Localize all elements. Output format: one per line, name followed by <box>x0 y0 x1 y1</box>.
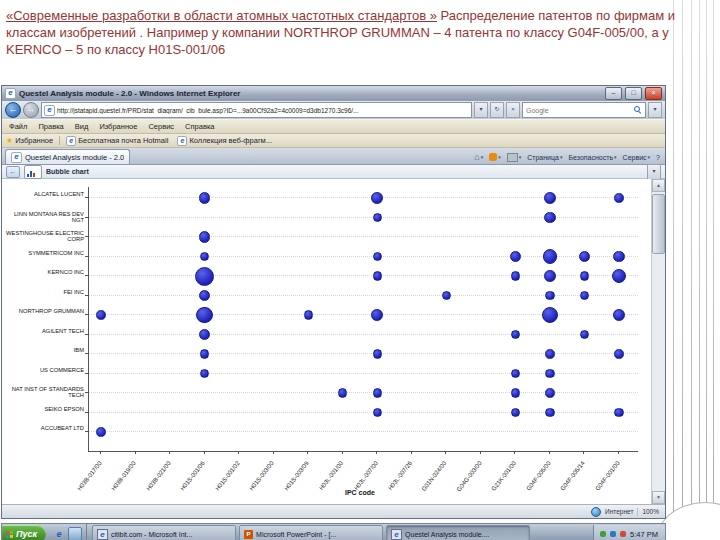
curl-line <box>713 0 714 540</box>
company-label: WESTINGHOUSE ELECTRIC CORP <box>2 230 84 242</box>
ie-titlebar[interactable]: e Questel Analysis module - 2.0 - Window… <box>2 86 665 101</box>
menu-item-2[interactable]: Правка <box>38 122 63 131</box>
menu-item-5[interactable]: Сервис <box>148 122 174 131</box>
system-tray: 5:47 PM <box>593 525 665 540</box>
ipc-code-label: H03B-017/00 <box>76 460 102 492</box>
command-item-2[interactable]: Безопасность▾ <box>568 154 616 161</box>
start-button[interactable]: Пуск <box>2 525 46 540</box>
desktop-screenshot: e Questel Analysis module - 2.0 - Window… <box>1 85 666 540</box>
stop-button[interactable]: × <box>506 102 520 118</box>
bubble <box>510 251 522 263</box>
ipc-code-label: H01S-001/02 <box>214 460 240 492</box>
scroll-up-arrow[interactable]: ▲ <box>652 179 665 192</box>
tray-icon[interactable] <box>610 531 616 537</box>
chevron-down-icon: ▾ <box>614 154 617 160</box>
scroll-thumb[interactable] <box>652 194 665 254</box>
vertical-scrollbar[interactable]: ▲ ▼ <box>651 179 665 504</box>
menu-bar: ФайлПравкаВидИзбранноеСервисСправка <box>2 119 665 134</box>
home-icon: ⌂ <box>474 153 479 162</box>
chevron-down-icon: ▾ <box>560 154 563 160</box>
task-button-1[interactable]: ecitibit.com - Microsoft Int... <box>92 525 236 540</box>
quick-launch-ie-icon[interactable]: e <box>53 528 65 540</box>
slide-canvas: «Современные разработки в области атомны… <box>0 0 720 540</box>
bubble <box>199 290 211 302</box>
home-button[interactable]: ⌂▾ <box>474 153 483 162</box>
feeds-button[interactable]: ▾ <box>489 153 501 161</box>
taskbar-clock[interactable]: 5:47 PM <box>630 530 658 539</box>
ipc-code-label: H03L-007/26 <box>387 460 413 491</box>
task-button-3[interactable]: eQuestel Analysis module.... <box>386 525 530 540</box>
chart-type-icon[interactable] <box>24 165 42 179</box>
search-dropdown[interactable]: ▾ <box>648 102 662 118</box>
ipc-code-label: G04G-003/00 <box>455 460 482 492</box>
bubble <box>373 252 382 261</box>
back-button[interactable]: ← <box>5 102 21 118</box>
task-button-label: Microsoft PowerPoint - [... <box>256 531 336 538</box>
bubble <box>373 271 382 280</box>
bubble <box>373 349 382 358</box>
command-item-1[interactable]: Страница▾ <box>527 154 562 161</box>
tab-bar: e Questel Analysis module - 2.0 ⌂▾▾▾Стра… <box>2 148 665 165</box>
help-button[interactable]: ? <box>656 154 660 161</box>
status-bar: Интернет 100% <box>2 504 665 518</box>
tab-questel-analysis[interactable]: e Questel Analysis module - 2.0 <box>5 149 130 164</box>
bubble <box>579 251 591 263</box>
favorites-link-icon: e <box>66 136 76 146</box>
company-label: NAT INST OF STANDARDS TECH <box>2 386 84 398</box>
bubble <box>200 369 209 378</box>
close-button[interactable]: × <box>645 87 662 100</box>
address-bar[interactable]: e http://jstatapid.questel.fr/PRD/stat_d… <box>41 102 472 118</box>
curl-line <box>673 0 674 540</box>
forward-button[interactable]: → <box>23 102 39 118</box>
ipc-code-label: G04F-001/00 <box>594 460 620 492</box>
tab-title: Questel Analysis module - 2.0 <box>25 153 124 162</box>
curl-line <box>706 0 707 540</box>
menu-item-6[interactable]: Справка <box>185 122 214 131</box>
chart-type-label: Bubble chart <box>46 168 89 175</box>
maximize-button[interactable]: □ <box>625 87 642 100</box>
slide-title-quoted: «Современные разработки в области атомны… <box>6 8 437 23</box>
status-zoom-level[interactable]: 100% <box>642 508 659 515</box>
ipc-code-label: G21K-001/00 <box>490 460 517 492</box>
chevron-down-icon: ▾ <box>481 154 484 160</box>
x-axis <box>88 451 638 452</box>
favorites-link-2[interactable]: eКоллекция веб-фрагм... <box>177 136 272 146</box>
minimize-button[interactable]: – <box>605 87 622 100</box>
page-toolbar-dropdown[interactable]: ▾ <box>647 164 661 180</box>
scroll-down-arrow[interactable]: ▼ <box>652 491 665 504</box>
menu-item-3[interactable]: Вид <box>75 122 89 131</box>
favorites-link-1[interactable]: eБесплатная почта Hotmail <box>66 136 168 146</box>
company-label: ALCATEL LUCENT <box>2 191 84 197</box>
menu-item-4[interactable]: Избранное <box>99 122 137 131</box>
favorites-link-icon: e <box>177 136 187 146</box>
tray-icon[interactable] <box>620 531 626 537</box>
bubble <box>545 388 554 397</box>
bubble <box>199 329 211 341</box>
search-box[interactable]: Google <box>522 102 646 118</box>
bubble <box>511 408 520 417</box>
bubble <box>580 271 589 280</box>
favorites-button[interactable]: ★ Избранное <box>6 136 53 145</box>
print-button[interactable]: ▾ <box>507 153 522 162</box>
printer-icon <box>507 153 518 162</box>
chart-gridline <box>88 412 638 413</box>
address-dropdown[interactable]: ▾ <box>474 102 488 118</box>
company-label: KERNCO INC <box>2 269 84 275</box>
chart-back-icon[interactable]: ← <box>6 166 20 178</box>
menu-item-1[interactable]: Файл <box>9 122 27 131</box>
chart-gridline <box>88 392 638 393</box>
bubble <box>545 369 554 378</box>
show-desktop-icon[interactable] <box>68 527 82 540</box>
chevron-down-icon: ▾ <box>498 154 501 160</box>
bubble <box>511 369 520 378</box>
command-item-3[interactable]: Сервис▾ <box>623 154 651 161</box>
bubble <box>544 270 556 282</box>
refresh-button[interactable]: ↻ <box>490 102 504 118</box>
bubble <box>96 310 105 319</box>
bubble <box>614 408 623 417</box>
bubble <box>613 309 625 321</box>
task-button-2[interactable]: PMicrosoft PowerPoint - [... <box>239 525 383 540</box>
company-label: ACCUBEAT LTD <box>2 425 84 431</box>
chart-gridline <box>88 334 638 335</box>
tray-icon[interactable] <box>600 531 606 537</box>
